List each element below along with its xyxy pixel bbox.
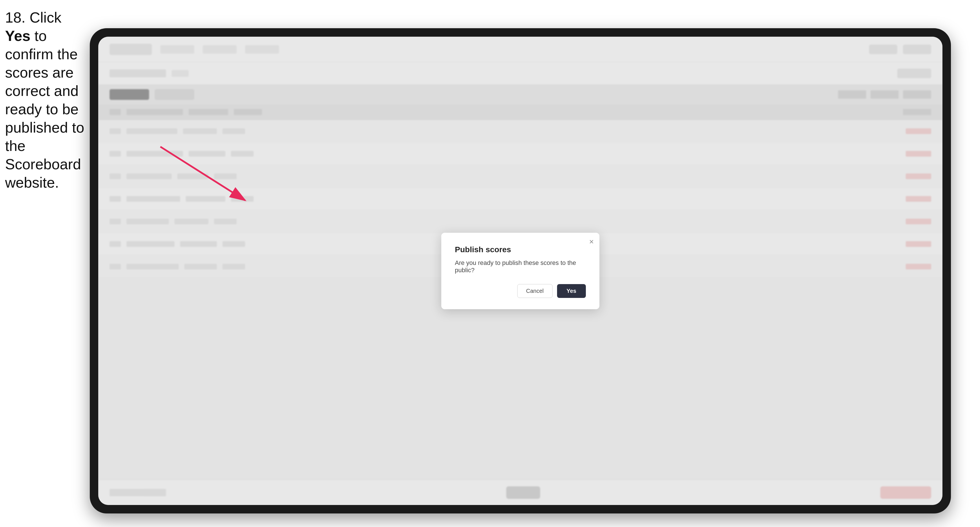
yes-button[interactable]: Yes <box>557 284 586 298</box>
tablet-device: × Publish scores Are you ready to publis… <box>90 28 951 513</box>
dialog-actions: Cancel Yes <box>455 284 586 298</box>
instruction-bold: Yes <box>5 28 30 44</box>
dialog-message: Are you ready to publish these scores to… <box>455 259 586 274</box>
publish-scores-dialog: × Publish scores Are you ready to publis… <box>441 233 600 309</box>
instruction-number: 18. <box>5 9 25 26</box>
instruction-plain: Click <box>30 9 62 26</box>
modal-overlay: × Publish scores Are you ready to publis… <box>98 37 942 505</box>
instruction-text: 18. Click Yes to confirm the scores are … <box>5 8 87 192</box>
dialog-title: Publish scores <box>455 245 586 254</box>
instruction-rest: to confirm the scores are correct and re… <box>5 28 84 191</box>
cancel-button[interactable]: Cancel <box>517 284 552 298</box>
tablet-screen: × Publish scores Are you ready to publis… <box>98 37 942 505</box>
dialog-close-button[interactable]: × <box>589 238 594 246</box>
